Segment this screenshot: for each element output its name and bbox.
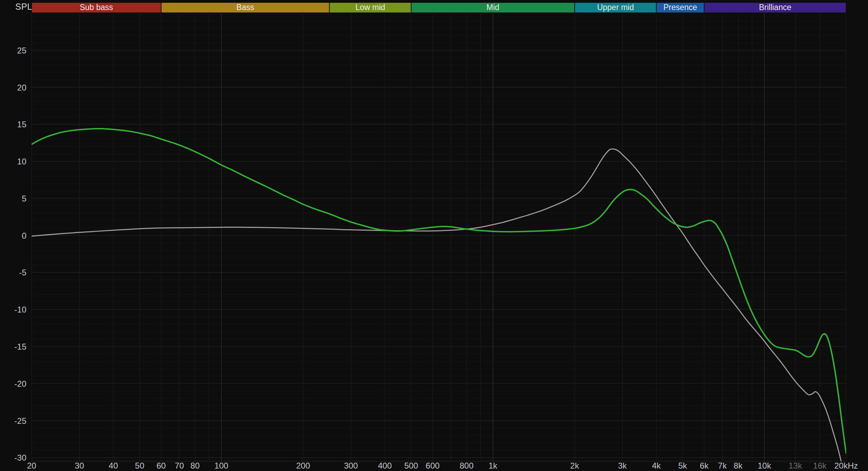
x-tick-label: 30 (75, 461, 84, 470)
x-tick-label: 6k (700, 461, 709, 470)
x-tick-label: 3k (618, 461, 627, 470)
y-tick-label: 0 (22, 231, 26, 240)
x-tick-label: 50 (135, 461, 144, 470)
gray-curve (32, 149, 845, 471)
y-tick-label: -10 (14, 305, 26, 314)
band-label-mid: Mid (486, 3, 499, 12)
curves (32, 129, 846, 471)
y-tick-label: -20 (14, 379, 26, 388)
y-tick-label: -30 (14, 453, 26, 462)
y-tick-label: -25 (14, 416, 26, 426)
x-tick-label: 800 (460, 461, 474, 470)
band-label-upper-mid: Upper mid (597, 3, 634, 12)
x-tick-label: 2k (570, 461, 579, 470)
frequency-response-plot: Sub bassBassLow midMidUpper midPresenceB… (0, 0, 868, 471)
x-tick-label: 8k (734, 461, 743, 470)
x-tick-label: 7k (718, 461, 727, 470)
band-label-brilliance: Brilliance (759, 3, 791, 12)
y-tick-label: 10 (17, 157, 26, 166)
band-label-presence: Presence (663, 3, 697, 12)
x-tick-label: 40 (109, 461, 118, 470)
y-tick-label: 25 (17, 46, 26, 55)
x-tick-label: 10k (758, 461, 771, 470)
x-tick-label: 200 (296, 461, 310, 470)
y-tick-label: 15 (17, 120, 26, 129)
x-tick-label: 16k (813, 461, 827, 470)
x-tick-label: 20kHz (834, 461, 858, 470)
y-tick-label: -5 (19, 268, 26, 277)
x-tick-label: 60 (157, 461, 166, 470)
y-tick-label: -15 (14, 342, 26, 351)
x-tick-label: 500 (404, 461, 418, 470)
x-tick-label: 20 (27, 461, 36, 470)
x-tick-label: 100 (215, 461, 228, 470)
x-tick-label: 80 (190, 461, 200, 470)
x-axis-labels: 203040506070801002003004005006008001k2k3… (27, 461, 858, 470)
x-tick-label: 1k (489, 461, 498, 470)
band-label-bass: Bass (236, 3, 254, 12)
x-tick-label: 70 (175, 461, 184, 470)
x-tick-label: 4k (652, 461, 661, 470)
x-tick-label: 400 (378, 461, 392, 470)
band-label-sub-bass: Sub bass (80, 3, 113, 12)
x-tick-label: 600 (426, 461, 440, 470)
band-label-low-mid: Low mid (356, 3, 385, 12)
x-tick-label: 5k (678, 461, 687, 470)
y-tick-label: 20 (17, 83, 26, 92)
y-tick-label: 5 (22, 194, 26, 203)
frequency-bands-strip: Sub bassBassLow midMidUpper midPresenceB… (32, 3, 846, 12)
y-axis-labels: 2520151050-5-10-15-20-25-30 (14, 46, 26, 463)
x-tick-label: 13k (788, 461, 802, 470)
x-tick-label: 300 (344, 461, 358, 470)
